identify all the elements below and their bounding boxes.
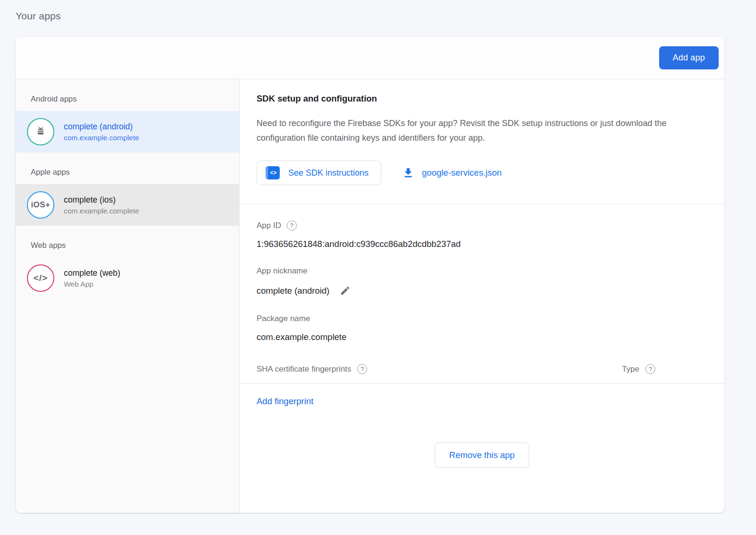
web-code-icon: </> bbox=[27, 264, 54, 292]
ios-icon: iOS+ bbox=[27, 191, 54, 219]
divider bbox=[240, 383, 724, 384]
app-platform: Web App bbox=[64, 280, 120, 289]
app-name: complete (ios) bbox=[64, 195, 139, 205]
app-nickname-field: App nickname complete (android) bbox=[257, 266, 707, 297]
add-app-button[interactable]: Add app bbox=[659, 46, 719, 69]
sdk-setup-description: Need to reconfigure the Firebase SDKs fo… bbox=[257, 116, 701, 145]
app-id-value: 1:963656261848:android:c939ccc86ab2dcdbb… bbox=[257, 239, 707, 249]
app-package: com.example.complete bbox=[64, 207, 139, 215]
android-apps-section-label: Android apps bbox=[16, 79, 239, 111]
app-id-field: App ID ? 1:963656261848:android:c939ccc8… bbox=[257, 221, 707, 249]
sha-fingerprints-label: SHA certificate fingerprints bbox=[257, 365, 351, 374]
help-icon[interactable]: ? bbox=[357, 364, 367, 374]
app-name: complete (web) bbox=[64, 268, 120, 278]
sidebar-item-android-app[interactable]: complete (android) com.example.complete bbox=[16, 111, 239, 153]
app-detail-panel: SDK setup and configuration Need to reco… bbox=[240, 79, 724, 513]
sdk-book-icon: <> bbox=[266, 166, 280, 179]
sdk-setup-heading: SDK setup and configuration bbox=[257, 93, 707, 104]
app-name: complete (android) bbox=[64, 122, 139, 132]
sidebar-item-ios-app[interactable]: iOS+ complete (ios) com.example.complete bbox=[16, 184, 239, 226]
remove-this-app-button[interactable]: Remove this app bbox=[435, 442, 530, 468]
android-icon bbox=[27, 118, 54, 145]
app-package: com.example.complete bbox=[64, 134, 139, 142]
help-icon[interactable]: ? bbox=[287, 221, 297, 230]
add-fingerprint-link[interactable]: Add fingerprint bbox=[257, 396, 724, 407]
sidebar-item-web-app[interactable]: </> complete (web) Web App bbox=[16, 257, 239, 299]
see-sdk-instructions-button[interactable]: <> See SDK instructions bbox=[257, 161, 381, 185]
apps-sidebar: Android apps bbox=[16, 79, 240, 513]
your-apps-card: Add app Android apps bbox=[16, 37, 724, 513]
app-id-label: App ID bbox=[257, 221, 281, 230]
card-header: Add app bbox=[16, 37, 724, 79]
edit-nickname-button[interactable] bbox=[339, 284, 352, 297]
sha-type-label: Type bbox=[622, 365, 639, 374]
package-name-value: com.example.complete bbox=[257, 332, 707, 342]
download-google-services-link[interactable]: google-services.json bbox=[402, 167, 502, 179]
apple-apps-section-label: Apple apps bbox=[16, 153, 239, 184]
app-nickname-value: complete (android) bbox=[257, 286, 329, 296]
pencil-icon bbox=[340, 285, 351, 296]
download-icon bbox=[402, 167, 414, 179]
package-name-label: Package name bbox=[257, 314, 310, 323]
package-name-field: Package name com.example.complete bbox=[257, 314, 707, 342]
help-icon[interactable]: ? bbox=[645, 364, 655, 374]
app-nickname-label: App nickname bbox=[257, 266, 308, 276]
web-apps-section-label: Web apps bbox=[16, 226, 239, 257]
sha-fingerprints-header: SHA certificate fingerprints ? Type ? bbox=[240, 359, 724, 383]
page-title: Your apps bbox=[0, 0, 756, 22]
